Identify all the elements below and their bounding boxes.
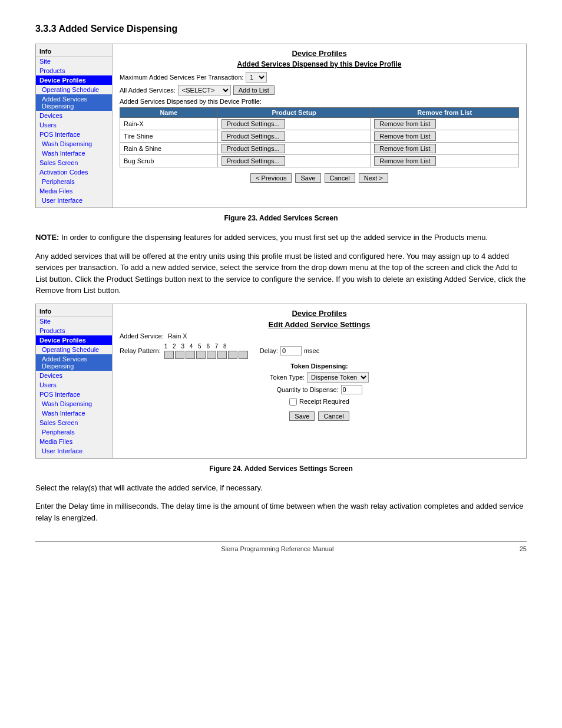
figure1-caption: Figure 23. Added Services Screen — [35, 214, 527, 222]
remove-btn-4[interactable]: Remove from List — [374, 156, 435, 166]
sidebar2-item-media-files[interactable]: Media Files — [36, 437, 112, 446]
sidebar2-item-pos[interactable]: POS Interface — [36, 390, 112, 399]
receipt-label: Receipt Required — [299, 398, 349, 405]
receipt-checkbox[interactable] — [289, 398, 297, 406]
sidebar2-sub-operating-schedule[interactable]: Operating Schedule — [36, 345, 112, 354]
row-name: Tire Shine — [120, 130, 218, 143]
table-row: Rain-X Product Settings... Remove from L… — [120, 118, 519, 130]
product-settings-btn-2[interactable]: Product Settings... — [222, 131, 285, 141]
relay-cell-6[interactable] — [217, 351, 227, 359]
product-settings-btn-4[interactable]: Product Settings... — [222, 156, 285, 166]
max-services-label: Maximum Added Services Per Transaction: — [120, 74, 243, 81]
row-product-settings: Product Settings... — [217, 130, 371, 143]
product-settings-btn-3[interactable]: Product Settings... — [222, 144, 285, 153]
relay-cell-1[interactable] — [164, 351, 174, 359]
figure2-sidebar: Info Site Products Device Profiles Opera… — [36, 304, 113, 458]
relay-cell-2[interactable] — [175, 351, 184, 359]
all-services-row: All Added Services: <SELECT> Add to List — [120, 85, 519, 95]
added-service-row: Added Service: Rain X — [120, 332, 519, 340]
sidebar2-sub-peripherals[interactable]: Peripherals — [36, 427, 112, 437]
sidebar-item-site[interactable]: Site — [36, 57, 112, 66]
token-section: Token Dispensing: Token Type: Dispense T… — [120, 363, 519, 394]
all-services-select[interactable]: <SELECT> — [178, 85, 231, 95]
add-to-list-button[interactable]: Add to List — [233, 85, 275, 95]
sidebar2-sub-wash-interface[interactable]: Wash Interface — [36, 409, 112, 418]
relay-cell-5[interactable] — [207, 351, 216, 359]
max-services-row: Maximum Added Services Per Transaction: … — [120, 72, 519, 83]
delay-text: Enter the Delay time in milliseconds. Th… — [35, 500, 527, 523]
token-type-label: Token Type: — [270, 374, 305, 381]
sidebar-item-device-profiles[interactable]: Device Profiles — [36, 75, 112, 85]
body-text: Any added services that will be offered … — [35, 251, 527, 297]
sidebar2-item-site[interactable]: Site — [36, 317, 112, 326]
token-type-select[interactable]: Dispense Token — [307, 372, 369, 383]
figure2-nav-buttons: Save Cancel — [120, 411, 519, 421]
sidebar2-sub-wash-dispensing[interactable]: Wash Dispensing — [36, 399, 112, 409]
figure1-sidebar: Info Site Products Device Profiles Opera… — [36, 44, 113, 207]
col-name: Name — [120, 108, 218, 118]
sidebar2-item-device-profiles[interactable]: Device Profiles — [36, 335, 112, 345]
remove-btn-3[interactable]: Remove from List — [374, 144, 435, 153]
sidebar-sub-added-services[interactable]: Added Services Dispensing — [36, 94, 112, 111]
sidebar-item-sales-screen[interactable]: Sales Screen — [36, 158, 112, 167]
relay-cell-8[interactable] — [239, 351, 248, 359]
max-services-select[interactable]: 1234 — [246, 72, 267, 83]
relay-cells — [164, 351, 248, 359]
relay-cell-7[interactable] — [228, 351, 237, 359]
delay-input[interactable] — [280, 346, 302, 355]
quantity-row: Quantity to Dispense: — [120, 385, 519, 394]
relay-numbers: 1 2 3 4 5 6 7 8 — [164, 343, 229, 350]
table-row: Bug Scrub Product Settings... Remove fro… — [120, 155, 519, 167]
sidebar2-item-sales-screen[interactable]: Sales Screen — [36, 418, 112, 427]
receipt-row: Receipt Required — [120, 398, 519, 406]
relay-cell-4[interactable] — [196, 351, 206, 359]
prev-button[interactable]: < Previous — [250, 173, 292, 183]
delay-label: Delay: — [260, 347, 278, 354]
relay-pattern-container: 1 2 3 4 5 6 7 8 — [164, 343, 248, 359]
cancel-button[interactable]: Cancel — [325, 173, 355, 183]
save-button[interactable]: Save — [295, 173, 320, 183]
delay-unit: msec — [304, 347, 319, 354]
row-product-settings: Product Settings... — [217, 118, 371, 130]
sidebar-item-activation-codes[interactable]: Activation Codes — [36, 167, 112, 177]
token-section-title: Token Dispensing: — [120, 363, 519, 370]
sidebar-sub-peripherals[interactable]: Peripherals — [36, 177, 112, 186]
sidebar2-item-products[interactable]: Products — [36, 326, 112, 335]
sidebar2-item-devices[interactable]: Devices — [36, 371, 112, 380]
sidebar-item-users[interactable]: Users — [36, 120, 112, 130]
device-profiles-title: Device Profiles — [120, 49, 519, 58]
sidebar-sub-user-interface[interactable]: User Interface — [36, 196, 112, 205]
added-services-table: Name Product Setup Remove from List Rain… — [120, 107, 519, 167]
token-type-row: Token Type: Dispense Token — [120, 372, 519, 383]
relay-pattern-row: Relay Pattern: 1 2 3 4 5 6 7 8 Delay: ms… — [120, 343, 519, 359]
footer: Sierra Programming Reference Manual 25 — [35, 541, 527, 552]
row-name: Rain-X — [120, 118, 218, 130]
sidebar-sub-operating-schedule[interactable]: Operating Schedule — [36, 85, 112, 94]
footer-center: Sierra Programming Reference Manual — [221, 545, 333, 552]
next-button[interactable]: Next > — [359, 173, 388, 183]
table-label: Added Services Dispensed by this Device … — [120, 98, 519, 105]
sidebar2-sub-user-interface[interactable]: User Interface — [36, 446, 112, 456]
quantity-input[interactable] — [341, 385, 362, 394]
col-product-setup: Product Setup — [217, 108, 371, 118]
row-name: Bug Scrub — [120, 155, 218, 167]
figure2-title: Device Profiles — [120, 309, 519, 318]
table-row: Tire Shine Product Settings... Remove fr… — [120, 130, 519, 143]
relay-cell-3[interactable] — [186, 351, 195, 359]
remove-btn-2[interactable]: Remove from List — [374, 131, 435, 141]
sidebar-item-media-files[interactable]: Media Files — [36, 186, 112, 196]
sidebar2-item-users[interactable]: Users — [36, 380, 112, 390]
figure2-cancel-button[interactable]: Cancel — [318, 411, 349, 421]
sidebar-item-pos[interactable]: POS Interface — [36, 130, 112, 139]
figure2-caption: Figure 24. Added Services Settings Scree… — [35, 465, 527, 473]
sidebar-item-products[interactable]: Products — [36, 66, 112, 75]
figure2-save-button[interactable]: Save — [289, 411, 315, 421]
sidebar-item-devices[interactable]: Devices — [36, 111, 112, 120]
row-remove: Remove from List — [371, 143, 519, 155]
sidebar-sub-wash-dispensing[interactable]: Wash Dispensing — [36, 139, 112, 149]
sidebar-sub-wash-interface[interactable]: Wash Interface — [36, 149, 112, 158]
row-remove: Remove from List — [371, 130, 519, 143]
remove-btn-1[interactable]: Remove from List — [374, 119, 435, 129]
product-settings-btn-1[interactable]: Product Settings... — [222, 119, 285, 129]
sidebar2-sub-added-services[interactable]: Added Services Dispensing — [36, 354, 112, 371]
